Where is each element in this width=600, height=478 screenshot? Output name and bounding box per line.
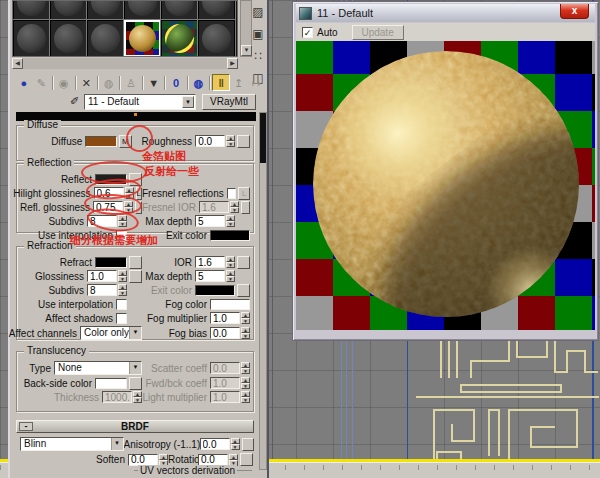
scatter-coeff-spinner[interactable]: ▲▼ [210, 362, 250, 374]
get-material-button[interactable]: ● [15, 74, 33, 91]
refraction-exit-color-swatch[interactable] [195, 285, 235, 296]
assign-material-to-selection-button[interactable]: ◉ [55, 74, 73, 91]
material-sample-slot[interactable] [87, 20, 124, 57]
material-sample-slot[interactable] [87, 0, 124, 20]
roughness-input[interactable] [195, 135, 225, 147]
affect-shadows-checkbox[interactable] [116, 313, 127, 324]
auto-checkbox[interactable]: ✓ [302, 27, 313, 38]
sample-uv-tiling-icon[interactable]: ▨ [248, 2, 268, 22]
scatter-coeff-input[interactable] [210, 362, 240, 374]
refraction-glossiness-map-button[interactable] [129, 270, 142, 283]
roughness-spinner[interactable]: ▲▼ [195, 135, 235, 147]
fog-color-swatch[interactable] [210, 299, 250, 310]
fog-bias-spinner[interactable]: ▲▼ [210, 327, 250, 339]
pick-material-eyedropper-icon[interactable]: ✐ [70, 95, 84, 109]
material-id-channel-button[interactable]: 0 [167, 74, 185, 91]
brdf-type-dropdown[interactable]: Blinn▼ [20, 437, 124, 451]
refraction-max-depth-input[interactable] [195, 270, 225, 282]
thickness-input[interactable] [102, 391, 132, 403]
light-multiplier-spinner[interactable]: ▲▼ [210, 391, 250, 403]
video-color-check-icon[interactable]: ▣ [248, 24, 268, 44]
slots-scroll-right-button[interactable]: ▶ [227, 58, 238, 69]
slots-horizontal-scrollbar[interactable]: ◀ ▶ [12, 58, 238, 69]
put-material-to-scene-button[interactable]: ✎ [33, 74, 51, 91]
rotation-spinner[interactable]: ▲▼ [198, 454, 238, 466]
material-sample-slot[interactable] [13, 0, 50, 20]
slots-scroll-left-button[interactable]: ◀ [12, 58, 23, 69]
go-forward-sibling-button[interactable]: ↦ [247, 74, 265, 91]
rotation-input[interactable] [198, 454, 228, 466]
refraction-exit-color-button[interactable] [237, 284, 250, 297]
refraction-interp-checkbox[interactable] [116, 299, 127, 310]
preview-titlebar[interactable]: 11 - Default x [296, 4, 595, 22]
close-button[interactable]: x [560, 4, 589, 19]
reflection-max-depth-input[interactable] [195, 215, 225, 227]
fwd-bck-coeff-input[interactable] [210, 377, 240, 389]
translucency-type-dropdown[interactable]: None▼ [54, 361, 142, 375]
thickness-spinner[interactable]: ▲▼ [102, 391, 142, 403]
chevron-down-icon[interactable]: ▼ [182, 96, 194, 108]
rollout-scrollbar[interactable] [259, 112, 267, 470]
brdf-collapse-button[interactable]: - [19, 422, 33, 431]
refraction-subdivs-input[interactable] [87, 284, 117, 296]
make-unique-button[interactable]: ♙ [122, 74, 140, 91]
diffuse-color-swatch[interactable] [85, 136, 117, 147]
refraction-glossiness-input[interactable] [87, 270, 117, 282]
fog-bias-input[interactable] [210, 327, 240, 339]
show-map-in-viewport-button[interactable]: ◍ [190, 74, 208, 91]
back-side-color-button[interactable] [129, 377, 142, 390]
reflection-exit-color-swatch[interactable] [210, 230, 250, 241]
go-to-parent-button[interactable]: ↥ [230, 74, 248, 91]
soften-spinner[interactable]: ▲▼ [128, 454, 168, 466]
fog-multiplier-spinner[interactable]: ▲▼ [210, 312, 250, 324]
refract-map-button[interactable] [129, 256, 142, 269]
brdf-rollout-header[interactable]: - BRDF [16, 420, 254, 433]
anisotropy-map-button[interactable] [242, 438, 254, 451]
chevron-down-icon[interactable]: ▼ [129, 362, 141, 374]
fresnel-ior-map-button[interactable] [241, 201, 250, 214]
fresnel-ior-spinner[interactable]: ▲▼ [199, 201, 239, 213]
rotation-map-button[interactable] [240, 453, 253, 466]
affect-channels-dropdown[interactable]: Color only▼ [80, 326, 142, 340]
refract-color-swatch[interactable] [95, 257, 127, 268]
reflection-max-depth-spinner[interactable]: ▲▼ [195, 215, 235, 227]
chevron-down-icon[interactable]: ▼ [129, 327, 141, 339]
fresnel-reflections-checkbox[interactable] [227, 188, 237, 199]
ior-spinner[interactable]: ▲▼ [195, 256, 235, 268]
anisotropy-input[interactable] [200, 438, 230, 450]
refraction-glossiness-spinner[interactable]: ▲▼ [87, 270, 127, 282]
material-sample-slot[interactable] [161, 20, 198, 57]
reset-map-mtl-button[interactable]: ✕ [77, 74, 95, 91]
material-sample-slot[interactable] [50, 20, 87, 57]
material-class-button[interactable]: VRayMtl [202, 94, 256, 110]
fog-multiplier-input[interactable] [210, 312, 240, 324]
anisotropy-spinner[interactable]: ▲▼ [200, 438, 240, 450]
refraction-subdivs-spinner[interactable]: ▲▼ [87, 284, 127, 296]
fresnel-lock-button[interactable]: L [238, 187, 250, 200]
roughness-map-button[interactable] [237, 135, 250, 148]
ior-input[interactable] [195, 256, 225, 268]
light-multiplier-input[interactable] [210, 391, 240, 403]
update-button[interactable]: Update [352, 25, 404, 40]
make-material-copy-button[interactable]: ◍ [100, 74, 118, 91]
fwd-bck-coeff-spinner[interactable]: ▲▼ [210, 377, 250, 389]
material-sample-slot[interactable] [124, 20, 161, 57]
material-sample-slot[interactable] [124, 0, 161, 20]
refraction-max-depth-spinner[interactable]: ▲▼ [195, 270, 235, 282]
options-icon[interactable]: ∷ [248, 46, 268, 66]
material-sample-slot[interactable] [50, 0, 87, 20]
material-sample-slot[interactable] [13, 20, 50, 57]
show-end-result-button[interactable]: ‖ [212, 74, 230, 91]
material-sample-slot[interactable] [198, 20, 235, 57]
fresnel-ior-input[interactable] [199, 201, 229, 213]
chevron-down-icon[interactable]: ▼ [111, 438, 123, 450]
back-side-color-swatch[interactable] [95, 378, 127, 389]
spinner-arrows[interactable]: ▲▼ [226, 135, 235, 147]
soften-input[interactable] [128, 454, 158, 466]
ior-map-button[interactable] [237, 256, 250, 269]
material-sample-slot[interactable] [198, 0, 235, 20]
material-sample-slot[interactable] [161, 0, 198, 20]
rollout-scrollbar-thumb[interactable] [260, 113, 266, 163]
material-name-dropdown[interactable]: 11 - Default ▼ [84, 94, 196, 110]
put-to-library-button[interactable]: ▼ [145, 74, 163, 91]
